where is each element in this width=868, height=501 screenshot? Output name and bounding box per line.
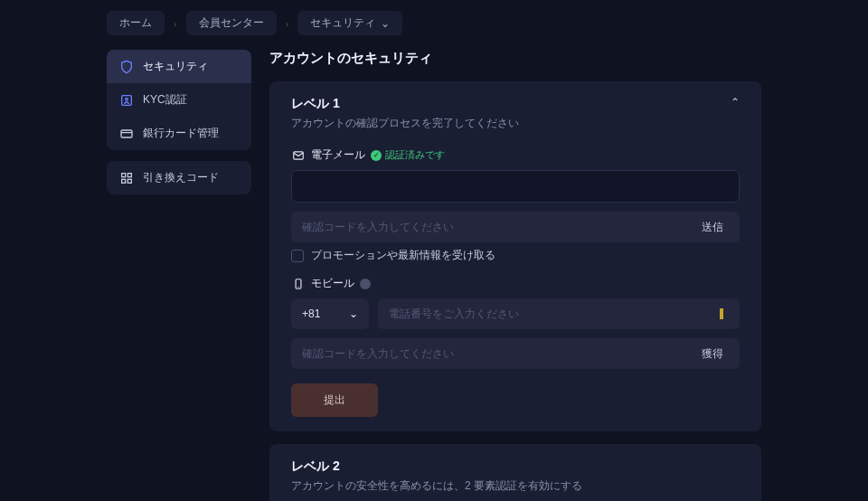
promo-label: プロモーションや最新情報を受け取る [311,248,495,263]
mobile-icon [291,277,306,291]
sidebar-item-label: 引き換えコード [143,170,219,185]
svg-rect-4 [122,173,126,176]
svg-rect-2 [121,130,132,137]
level-1-subtitle: アカウントの確認プロセスを完了してください [291,116,519,131]
level-2-title: レベル 2 [291,458,740,475]
shield-icon [119,60,134,74]
svg-rect-6 [122,179,126,183]
svg-rect-5 [127,173,131,176]
qr-icon [119,171,134,185]
mail-icon [291,148,306,163]
verified-badge: ✓ 認証済みです [371,148,445,162]
level-1-panel: レベル 1 アカウントの確認プロセスを完了してください ⌃ 電子メール ✓ 認証… [269,81,761,431]
email-code-input[interactable] [291,212,740,242]
country-code-select[interactable]: +81 ⌄ [291,298,369,329]
breadcrumb-member-center[interactable]: 会員センター [186,11,277,35]
sidebar: セキュリティ KYC認証 銀行カード管理 引き換えコード [107,50,251,501]
warning-indicator [720,308,723,319]
checkbox-icon [291,250,304,262]
mobile-label: モビール [311,276,354,291]
svg-point-1 [126,98,128,100]
promo-checkbox-row[interactable]: プロモーションや最新情報を受け取る [291,248,740,263]
get-code-button[interactable]: 獲得 [694,346,731,362]
sidebar-item-security[interactable]: セキュリティ [107,50,251,83]
level-2-subtitle: アカウントの安全性を高めるには、2 要素認証を有効にする [291,478,740,494]
sidebar-item-bank-card[interactable]: 銀行カード管理 [107,117,251,150]
sidebar-item-kyc[interactable]: KYC認証 [107,83,251,117]
check-icon: ✓ [371,150,382,161]
level-1-title: レベル 1 [291,96,519,112]
email-label: 電子メール [311,147,365,163]
breadcrumb: ホーム › 会員センター › セキュリティ ⌄ [0,0,868,46]
sidebar-item-redeem-code[interactable]: 引き換えコード [107,161,251,194]
breadcrumb-separator: › [286,18,289,29]
email-input[interactable] [291,170,740,203]
phone-input[interactable] [378,298,740,329]
send-code-button[interactable]: 送信 [694,220,731,235]
breadcrumb-security[interactable]: セキュリティ ⌄ [297,11,402,35]
pending-icon [360,279,371,289]
svg-rect-7 [127,179,131,183]
collapse-icon[interactable]: ⌃ [731,96,740,109]
page-title: アカウントのセキュリティ [269,50,761,67]
breadcrumb-home[interactable]: ホーム [107,11,165,35]
breadcrumb-separator: › [174,18,177,29]
sidebar-item-label: 銀行カード管理 [143,126,219,141]
id-icon [119,93,134,108]
phone-code-input[interactable] [291,338,740,369]
sidebar-item-label: セキュリティ [143,59,208,74]
card-icon [119,127,134,141]
submit-button[interactable]: 提出 [291,383,378,417]
sidebar-item-label: KYC認証 [143,92,187,108]
chevron-down-icon: ⌄ [349,307,358,320]
chevron-down-icon: ⌄ [381,17,390,30]
level-2-panel: レベル 2 アカウントの安全性を高めるには、2 要素認証を有効にする 二段階認証 [269,444,761,501]
